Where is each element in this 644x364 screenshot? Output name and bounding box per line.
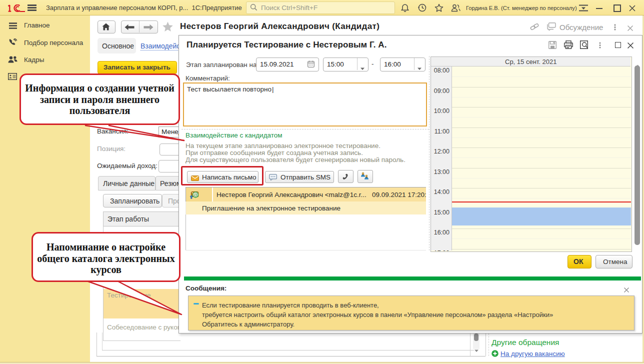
svg-text:@: @ xyxy=(194,192,198,198)
